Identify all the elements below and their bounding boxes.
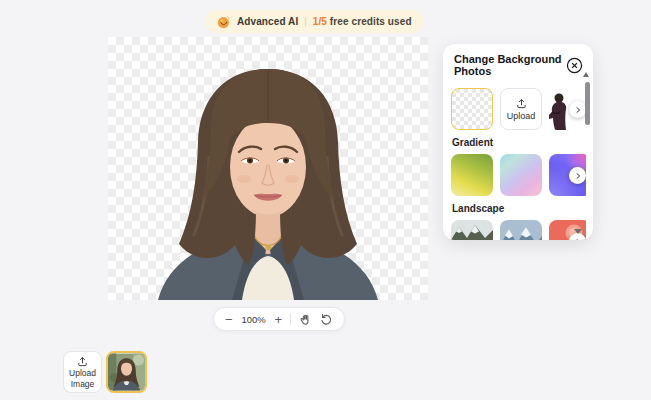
chevron-right-icon (574, 106, 582, 114)
upload-icon (77, 356, 88, 367)
close-circle-icon (566, 57, 583, 74)
change-background-panel: Change Background Photos Upload (443, 44, 593, 240)
badge-separator: | (304, 17, 306, 27)
reset-view-button[interactable] (320, 313, 333, 326)
photo-options-row: Upload (451, 88, 586, 130)
background-editor-app: Advanced AI | 1/5 free credits used (0, 0, 651, 400)
zoom-level-value: 100% (241, 314, 267, 325)
badge-product-label: Advanced AI (237, 16, 298, 27)
mountain-road-photo-option[interactable] (451, 220, 493, 240)
green-yellow-gradient-swatch[interactable] (451, 154, 493, 196)
panel-scrollbar (582, 72, 590, 232)
gradient-section-label: Gradient (452, 137, 593, 149)
edit-canvas[interactable] (108, 37, 428, 300)
landscape-photos-row (451, 220, 586, 240)
panel-title: Change Background Photos (454, 53, 566, 77)
upload-image-button[interactable]: Upload Image (63, 351, 102, 393)
selected-image-thumbnail[interactable] (106, 351, 147, 393)
landscape-section-label: Landscape (452, 203, 593, 215)
pastel-rainbow-gradient-swatch[interactable] (500, 154, 542, 196)
upload-image-label-line1: Upload (69, 368, 96, 378)
credits-used-count: 1/5 (313, 16, 327, 27)
chevron-right-icon (574, 238, 582, 241)
transparent-background-option[interactable] (451, 88, 493, 130)
woman-portrait-thumbnail (108, 353, 145, 391)
panel-header: Change Background Photos (443, 44, 593, 82)
scrollbar-thumb[interactable] (585, 82, 590, 125)
scroll-up-arrow-icon[interactable] (583, 72, 589, 77)
chevron-right-icon (574, 172, 582, 180)
scroll-down-arrow-icon[interactable] (574, 229, 582, 234)
snowy-peaks-photo-option[interactable] (500, 220, 542, 240)
upload-icon (516, 98, 527, 109)
zoom-toolbar: − 100% + (213, 307, 345, 331)
zoom-out-button[interactable]: − (225, 313, 233, 326)
snowy-peaks-photo (500, 220, 542, 240)
upload-background-button[interactable]: Upload (500, 88, 542, 130)
credits-used-text: free credits used (330, 16, 412, 27)
hand-pan-icon (299, 313, 312, 326)
mountain-road-photo (451, 220, 493, 240)
panel-body: Upload Gradient (443, 88, 593, 240)
advanced-ai-credits-badge[interactable]: Advanced AI | 1/5 free credits used (205, 10, 424, 33)
toolbar-divider (290, 313, 291, 325)
magic-ai-emoji-icon (217, 15, 231, 29)
woman-portrait-cutout (108, 37, 428, 300)
zoom-in-button[interactable]: + (275, 313, 283, 326)
close-panel-button[interactable] (566, 57, 583, 74)
pan-tool-button[interactable] (299, 313, 312, 326)
upload-option-label: Upload (507, 111, 536, 121)
gradient-swatches-row (451, 154, 586, 196)
reset-rotation-icon (320, 313, 333, 326)
image-uploader-tray: Upload Image (63, 351, 147, 393)
upload-image-label-line2: Image (71, 379, 95, 389)
